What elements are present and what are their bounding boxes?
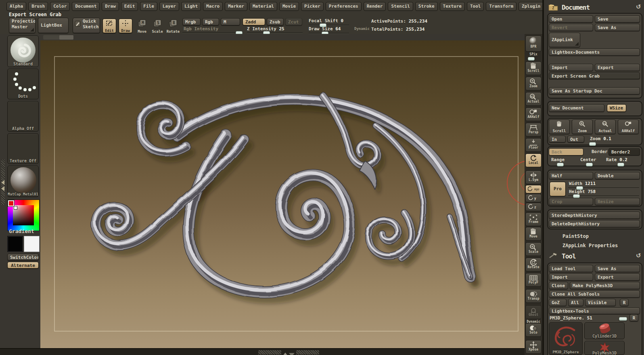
gradient-label[interactable]: Gradient [9,228,34,234]
height-knob[interactable] [573,194,580,198]
shelf-aahalf-button[interactable]: AAHalf [525,107,542,121]
menu-item-alpha[interactable]: Alpha [6,2,26,11]
menu-item-light[interactable]: Light [181,2,201,11]
left-tray-arrow-icon[interactable] [1,180,4,191]
half-button[interactable]: Half [549,172,593,179]
store-depth-button[interactable]: StoreDepthHistory [549,212,640,219]
nav-aahalf-button[interactable]: AAHalf [618,120,639,134]
center-knob[interactable] [586,163,593,166]
nav-zoom-button[interactable]: Zoom [572,120,593,134]
menu-item-transform[interactable]: Transform [486,2,516,11]
document-refresh-icon[interactable]: ↺ [636,3,641,11]
stroke-selector[interactable]: Dots [7,69,39,99]
shelf-polyf-button[interactable]: PolyF [525,273,542,287]
shelf-persp-button[interactable]: Persp [525,123,542,137]
doc-export-button[interactable]: Export [595,64,640,71]
hue-selector[interactable] [8,200,14,206]
move-button[interactable]: M Move [136,19,148,34]
menu-item-stencil[interactable]: Stencil [388,2,413,11]
zoom-out-button[interactable]: Out [567,136,584,143]
switch-color-button[interactable]: SwitchColor [7,254,39,260]
save-as-button[interactable]: Save As [595,24,640,31]
revert-button[interactable]: Revert [549,24,593,31]
goz-button[interactable]: GoZ [549,299,567,306]
polymesh3d-thumbnail[interactable]: PolyMesh3D [584,341,625,355]
menu-item-tool[interactable]: Tool [467,2,484,11]
goz-all-button[interactable]: All [568,299,583,306]
alternate-button[interactable]: Alternate [7,262,39,269]
zcut-button[interactable]: Zcut [285,18,302,25]
menu-item-draw[interactable]: Draw [102,2,119,11]
menu-item-render[interactable]: Render [364,2,386,11]
menu-item-color[interactable]: Color [50,2,70,11]
secondary-color-swatch[interactable] [24,236,40,252]
zadd-button[interactable]: Zadd [243,18,265,25]
tool-save-as-button[interactable]: Save As [595,265,640,272]
menu-item-movie[interactable]: Movie [279,2,299,11]
rgb-intensity-track[interactable] [182,32,242,33]
projection-master-button[interactable]: Projection Master [9,18,36,33]
quick-sketch-button[interactable]: Quick Sketch [73,18,100,33]
main-color-swatch[interactable] [7,236,23,252]
shelf-z-button[interactable]: z [525,203,542,211]
focal-shift-track[interactable] [309,25,349,25]
draw-size-track[interactable] [309,33,349,34]
shelf-xyz-button[interactable]: xyz [525,185,542,193]
tool-import-button[interactable]: Import [549,273,593,281]
tray-up-arrow-icon[interactable] [282,350,288,355]
dynamic-label[interactable]: Dynamic [354,27,370,31]
shelf-scroll-button[interactable]: Scroll [525,61,542,75]
tool-refresh-icon[interactable]: ↺ [636,252,641,259]
menu-item-texture[interactable]: Texture [440,2,465,11]
active-tool-thumbnail[interactable]: PM3D_ZSphere [549,322,583,355]
clone-all-subtools-button[interactable]: Clone All SubTools [549,290,640,298]
edit-button[interactable]: Edit [102,19,116,33]
wsize-button[interactable]: WSize [607,104,626,112]
new-document-button[interactable]: New Document [549,104,604,112]
shelf-y-button[interactable]: y [525,194,542,202]
texture-selector[interactable]: Texture Off [7,133,39,164]
menu-item-stroke[interactable]: Stroke [415,2,438,11]
lightbox-documents-button[interactable]: Lightbox▸Documents [549,48,640,56]
rotate-button[interactable]: R Rotate [166,19,180,34]
menu-item-edit[interactable]: Edit [121,2,138,11]
menu-item-marker[interactable]: Marker [225,2,247,11]
bottom-tray-handle-left[interactable] [258,350,281,355]
shelf-local-button[interactable]: Local [525,153,542,167]
load-tool-button[interactable]: Load Tool [549,265,593,272]
open-button[interactable]: Open [549,15,593,23]
doc-import-button[interactable]: Import [549,64,593,71]
bottom-tray-handle-right[interactable] [296,350,319,355]
lightbox-tools-button[interactable]: Lightbox▸Tools [549,307,640,314]
shelf-move-button[interactable]: Move [525,227,542,241]
shelf-frame-button[interactable]: Frame [525,212,542,226]
active-tool-slider[interactable]: PM3D_ZSphere. 51 [550,315,592,321]
menu-item-material[interactable]: Material [249,2,277,11]
menu-item-macro[interactable]: Macro [203,2,223,11]
lightbox-button[interactable]: LightBox [38,18,69,33]
tool-panel-header[interactable]: Tool ↺ [544,251,644,262]
menu-item-zplugin[interactable]: Zplugin [519,2,544,11]
tray-down-arrow-icon[interactable] [289,351,295,355]
alpha-selector[interactable]: Alpha Off [7,101,39,132]
active-tool-r-button[interactable]: R [629,314,638,321]
back-color-field[interactable]: Back [549,148,583,155]
delete-depth-button[interactable]: DeleteDepthHistory [549,220,640,227]
menu-item-file[interactable]: File [140,2,157,11]
shelf-scale-button[interactable]: Scale [525,242,542,256]
m-button[interactable]: M [221,18,240,25]
make-polymesh3d-button[interactable]: Make PolyMesh3D [570,282,640,289]
zapplink-properties-item[interactable]: ZAppLink Properties [562,243,618,248]
z-intensity-track[interactable] [247,32,303,33]
shelf-rotate-button[interactable]: Rotate [525,258,542,271]
doc-zoom-knob[interactable] [589,142,596,146]
canvas-area[interactable] [40,34,525,348]
color-picker[interactable] [7,200,40,231]
menu-item-layer[interactable]: Layer [159,2,179,11]
save-button[interactable]: Save [595,15,640,23]
border2-button[interactable]: Border2 [608,148,640,155]
brush-selector[interactable]: Standard [7,36,39,67]
shelf-actual-button[interactable]: x1Actual [525,92,542,106]
sv-selector[interactable] [14,206,17,210]
shelf-bpr-button[interactable]: BPR [525,36,542,52]
